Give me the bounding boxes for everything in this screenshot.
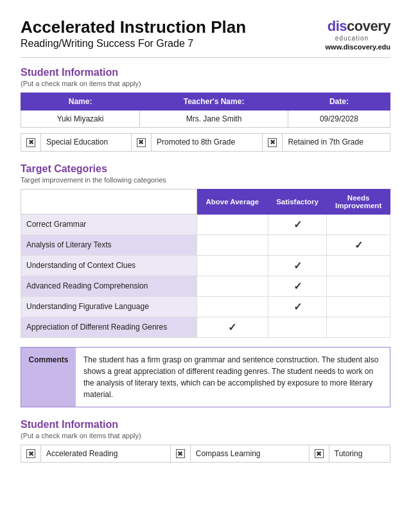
tutoring-label: Tutoring xyxy=(329,445,390,463)
tutoring-checkbox[interactable]: ✖ xyxy=(309,445,329,463)
row1-needs xyxy=(327,214,390,235)
bottom-checkboxes: ✖ Accelerated Reading ✖ Compass Learning… xyxy=(21,445,390,463)
compass-checkbox[interactable]: ✖ xyxy=(170,445,190,463)
student-info-title: Student Information xyxy=(21,67,390,78)
table-row: Analysis of Literary Texts ✓ xyxy=(21,235,390,255)
category-1: Correct Grammar xyxy=(21,214,197,235)
table-row: Appreciation of Different Reading Genres… xyxy=(21,317,390,337)
col-header-teacher: Teacher's Name: xyxy=(140,93,288,111)
page-subtitle: Reading/Writing Success For Grade 7 xyxy=(21,38,246,49)
header-divider xyxy=(21,57,390,58)
target-col-empty xyxy=(21,189,197,214)
row6-satisfactory xyxy=(268,317,326,337)
row5-satisfactory: ✓ xyxy=(268,296,326,317)
target-col-above: Above Average xyxy=(197,189,268,214)
promoted-label: Promoted to 8th Grade xyxy=(151,134,262,152)
row2-above xyxy=(197,235,268,255)
category-5: Understanding Figurative Language xyxy=(21,296,197,317)
target-col-satisfactory: Satisfactory xyxy=(268,189,326,214)
logo-subtitle: education xyxy=(313,35,390,42)
student-info-section: Student Information (Put a check mark on… xyxy=(21,67,390,152)
page-title: Accelerated Instruction Plan xyxy=(21,18,246,37)
student-info-bottom-title: Student Information xyxy=(21,419,390,430)
target-categories-section: Target Categories Target improvement in … xyxy=(21,163,390,338)
accel-reading-checkbox[interactable]: ✖ xyxy=(21,445,41,463)
comments-label: Comments xyxy=(21,348,76,407)
student-info-subtitle: (Put a check mark on items that apply) xyxy=(21,80,390,87)
title-block: Accelerated Instruction Plan Reading/Wri… xyxy=(21,18,246,49)
logo: discovery xyxy=(313,18,390,35)
accel-reading-label: Accelerated Reading xyxy=(41,445,171,463)
row3-needs xyxy=(327,255,390,276)
row2-needs: ✓ xyxy=(327,235,390,255)
col-header-name: Name: xyxy=(21,93,140,111)
row3-satisfactory: ✓ xyxy=(268,255,326,276)
comments-box: Comments The student has a firm grasp on… xyxy=(21,347,390,407)
date-value: 09/29/2028 xyxy=(288,111,390,128)
special-ed-label: Special Education xyxy=(41,134,132,152)
student-info-table: Name: Teacher's Name: Date: Yuki Miyazak… xyxy=(21,93,390,128)
student-checkboxes: ✖ Special Education ✖ Promoted to 8th Gr… xyxy=(21,133,390,152)
row5-needs xyxy=(327,296,390,317)
table-row: Correct Grammar ✓ xyxy=(21,214,390,235)
target-subtitle: Target improvement in the following cate… xyxy=(21,176,390,184)
table-row: Advanced Reading Comprehension ✓ xyxy=(21,276,390,296)
row5-above xyxy=(197,296,268,317)
student-info-bottom-subtitle: (Put a check mark on items that apply) xyxy=(21,432,390,439)
target-col-needs: NeedsImprovement xyxy=(327,189,390,214)
row3-above xyxy=(197,255,268,276)
row1-satisfactory: ✓ xyxy=(268,214,326,235)
special-ed-checkbox[interactable]: ✖ xyxy=(21,134,41,152)
table-row: Understanding Figurative Language ✓ xyxy=(21,296,390,317)
retained-checkbox[interactable]: ✖ xyxy=(263,134,283,152)
row4-needs xyxy=(327,276,390,296)
target-title: Target Categories xyxy=(21,163,390,175)
row6-above: ✓ xyxy=(197,317,268,337)
compass-label: Compass Learning xyxy=(190,445,309,463)
logo-block: discovery education www.discovery.edu xyxy=(313,18,390,51)
col-header-date: Date: xyxy=(288,93,390,111)
comments-text: The student has a firm grasp on grammar … xyxy=(76,348,390,407)
row4-above xyxy=(197,276,268,296)
row4-satisfactory: ✓ xyxy=(268,276,326,296)
logo-url: www.discovery.edu xyxy=(313,43,390,51)
table-row: Understanding of Context Clues ✓ xyxy=(21,255,390,276)
page-header: Accelerated Instruction Plan Reading/Wri… xyxy=(21,18,390,51)
student-name-value: Yuki Miyazaki xyxy=(21,111,140,128)
target-table: Above Average Satisfactory NeedsImprovem… xyxy=(21,189,390,338)
student-info-bottom-section: Student Information (Put a check mark on… xyxy=(21,419,390,463)
category-3: Understanding of Context Clues xyxy=(21,255,197,276)
category-6: Appreciation of Different Reading Genres xyxy=(21,317,197,337)
row2-satisfactory xyxy=(268,235,326,255)
row1-above xyxy=(197,214,268,235)
category-4: Advanced Reading Comprehension xyxy=(21,276,197,296)
promoted-checkbox[interactable]: ✖ xyxy=(131,134,151,152)
retained-label: Retained in 7th Grade xyxy=(283,134,390,152)
category-2: Analysis of Literary Texts xyxy=(21,235,197,255)
row6-needs xyxy=(327,317,390,337)
teacher-name-value: Mrs. Jane Smith xyxy=(140,111,288,128)
